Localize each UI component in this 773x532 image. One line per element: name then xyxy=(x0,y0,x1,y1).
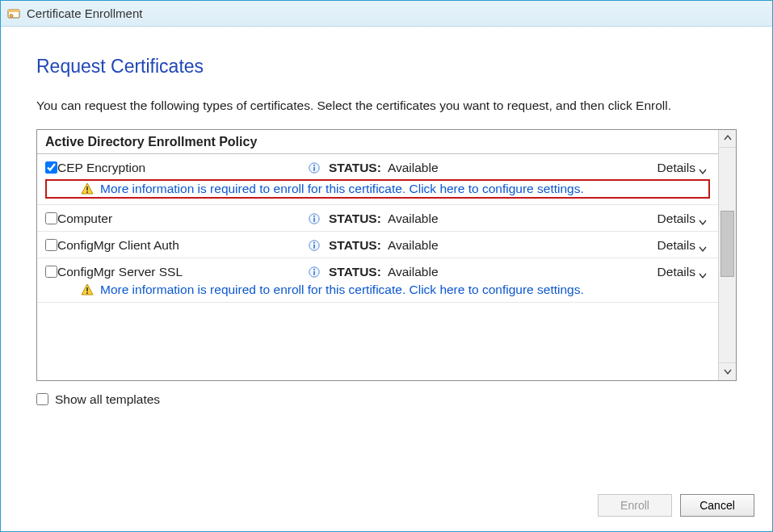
cert-row: ComputerSTATUS:AvailableDetails xyxy=(37,205,718,232)
status-block: STATUS:Available xyxy=(308,161,657,175)
info-icon xyxy=(308,266,321,279)
dialog-footer: Enroll Cancel xyxy=(1,483,772,531)
cert-line: ConfigMgr Server SSLSTATUS:AvailableDeta… xyxy=(45,265,710,279)
status-block: STATUS:Available xyxy=(308,265,657,279)
cert-checkbox[interactable] xyxy=(45,266,57,278)
policy-header: Active Directory Enrollment Policy xyxy=(37,130,718,154)
svg-point-13 xyxy=(313,241,315,243)
show-all-label[interactable]: Show all templates xyxy=(55,392,160,407)
chevron-down-icon xyxy=(699,241,707,249)
cert-checkbox[interactable] xyxy=(45,161,57,174)
cert-line: ComputerSTATUS:AvailableDetails xyxy=(45,212,710,226)
status-value: Available xyxy=(388,265,439,279)
status-value: Available xyxy=(388,161,439,175)
svg-point-18 xyxy=(86,292,88,294)
details-expander[interactable]: Details xyxy=(657,212,710,226)
svg-rect-12 xyxy=(313,244,315,248)
details-label: Details xyxy=(657,265,695,279)
cert-row: ConfigMgr Client AuthSTATUS:AvailableDet… xyxy=(37,232,718,258)
dialog-window: Certificate Enrollment Request Certifica… xyxy=(0,0,773,532)
status-label: STATUS: xyxy=(329,212,381,226)
details-expander[interactable]: Details xyxy=(657,265,710,279)
status-block: STATUS:Available xyxy=(308,238,657,253)
cert-line: CEP EncryptionSTATUS:AvailableDetails xyxy=(45,161,710,175)
cancel-button[interactable]: Cancel xyxy=(680,494,754,517)
details-label: Details xyxy=(657,238,695,253)
cert-name: Computer xyxy=(57,212,308,226)
svg-rect-4 xyxy=(313,166,315,170)
content-area: Request Certificates You can request the… xyxy=(1,27,772,483)
details-expander[interactable]: Details xyxy=(657,161,710,175)
svg-rect-17 xyxy=(86,287,88,291)
cert-name: ConfigMgr Server SSL xyxy=(57,265,308,279)
status-block: STATUS:Available xyxy=(308,212,657,226)
cert-name: ConfigMgr Client Auth xyxy=(57,238,308,253)
svg-rect-6 xyxy=(86,186,88,191)
show-all-row: Show all templates xyxy=(36,392,737,407)
status-label: STATUS: xyxy=(329,265,381,279)
intro-text: You can request the following types of c… xyxy=(36,97,737,115)
configure-settings-link[interactable]: More information is required to enroll f… xyxy=(100,283,584,297)
certificate-listbox: Active Directory Enrollment Policy CEP E… xyxy=(36,129,737,381)
configure-settings-link[interactable]: More information is required to enroll f… xyxy=(100,182,584,196)
certificate-list: Active Directory Enrollment Policy CEP E… xyxy=(37,130,718,380)
status-label: STATUS: xyxy=(329,161,381,175)
titlebar[interactable]: Certificate Enrollment xyxy=(1,1,772,27)
cert-row: ConfigMgr Server SSLSTATUS:AvailableDeta… xyxy=(37,258,718,303)
scroll-down-button[interactable] xyxy=(719,362,736,380)
chevron-down-icon xyxy=(699,268,707,276)
details-label: Details xyxy=(657,161,695,175)
cert-row: CEP EncryptionSTATUS:AvailableDetailsMor… xyxy=(37,154,718,205)
svg-rect-1 xyxy=(8,10,19,12)
details-expander[interactable]: Details xyxy=(657,238,710,253)
enroll-button[interactable]: Enroll xyxy=(598,494,672,517)
info-icon xyxy=(308,212,321,225)
cert-line: ConfigMgr Client AuthSTATUS:AvailableDet… xyxy=(45,238,710,253)
chevron-down-icon xyxy=(699,164,707,172)
chevron-down-icon xyxy=(699,215,707,223)
more-info-row: More information is required to enroll f… xyxy=(45,283,710,297)
svg-point-7 xyxy=(86,191,88,193)
status-value: Available xyxy=(388,238,439,253)
cert-checkbox[interactable] xyxy=(45,212,57,224)
details-label: Details xyxy=(657,212,695,226)
more-info-row: More information is required to enroll f… xyxy=(45,179,710,199)
window-title: Certificate Enrollment xyxy=(27,6,142,20)
scroll-up-button[interactable] xyxy=(719,130,736,148)
page-title: Request Certificates xyxy=(36,56,737,77)
svg-point-5 xyxy=(313,164,315,165)
svg-rect-15 xyxy=(313,270,315,274)
info-icon xyxy=(308,161,321,174)
cert-enrollment-icon xyxy=(7,7,20,20)
show-all-checkbox[interactable] xyxy=(36,393,48,405)
cert-checkbox[interactable] xyxy=(45,239,57,251)
warning-icon xyxy=(81,182,94,195)
svg-point-16 xyxy=(313,268,315,270)
status-label: STATUS: xyxy=(329,238,381,253)
svg-point-10 xyxy=(313,215,315,216)
status-value: Available xyxy=(388,212,439,226)
svg-point-2 xyxy=(10,14,13,17)
vertical-scrollbar[interactable] xyxy=(718,130,736,380)
cert-name: CEP Encryption xyxy=(57,161,308,175)
svg-rect-9 xyxy=(313,217,315,221)
scroll-track[interactable] xyxy=(719,148,736,362)
scroll-thumb[interactable] xyxy=(720,211,734,277)
info-icon xyxy=(308,239,321,252)
warning-icon xyxy=(81,283,94,296)
